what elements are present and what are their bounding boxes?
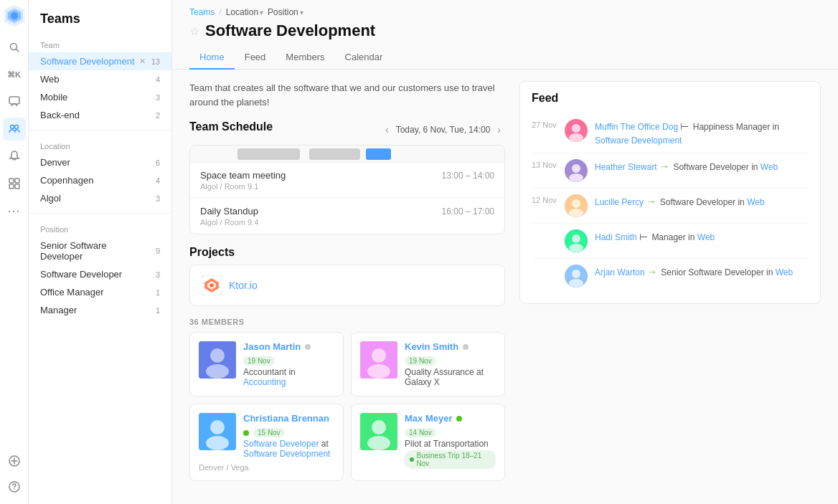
- svg-point-27: [367, 364, 390, 379]
- position-section-label: Position: [29, 219, 171, 237]
- event-0-name: Space team meeting: [200, 170, 286, 181]
- member-avatar-jason: [199, 341, 236, 379]
- sidebar-item-office-manager[interactable]: Office Manager 1: [29, 283, 171, 301]
- member-team-christiana[interactable]: Software Development: [243, 449, 330, 459]
- project-ktor-name: Ktor.io: [229, 280, 258, 291]
- member-name-max[interactable]: Max Meyer: [405, 413, 452, 424]
- feed-date-heather: 13 Nov: [532, 159, 557, 169]
- svg-point-23: [210, 348, 225, 363]
- feed-text-arjan: Arjan Warton → Senior Software Developer…: [595, 265, 809, 280]
- tab-feed[interactable]: Feed: [235, 46, 276, 70]
- sidebar-item-software-dev[interactable]: Software Developer 3: [29, 265, 171, 283]
- breadcrumb-location-dropdown[interactable]: Location ▾: [226, 7, 263, 17]
- feed-team-muffin[interactable]: Software Development: [595, 135, 682, 146]
- feed-person-hadi[interactable]: Hadi Smith: [595, 232, 637, 242]
- right-column: Feed 27 Nov Muffin The Office Dog ⊢: [519, 81, 821, 493]
- sidebar-item-copenhagen[interactable]: Copenhagen 4: [29, 171, 171, 189]
- feed-person-lucille[interactable]: Lucille Percy: [595, 197, 644, 207]
- svg-point-38: [572, 164, 580, 173]
- page-header: ☆ Software Development: [172, 17, 838, 40]
- feed-date-hadi: [532, 229, 557, 231]
- breadcrumb-teams-link[interactable]: Teams: [189, 7, 215, 17]
- feed-person-heather[interactable]: Heather Stewart: [595, 162, 657, 172]
- help-icon-btn[interactable]: [3, 475, 26, 498]
- member-team-max: Transportation: [433, 439, 489, 449]
- feed-date-muffin: 27 Nov: [532, 119, 557, 129]
- member-avatar-kevin: [360, 341, 397, 379]
- member-team-jason[interactable]: Accounting: [243, 377, 286, 387]
- member-tag-max: Business Trip 18–21 Nov: [405, 450, 496, 469]
- svg-point-26: [372, 348, 386, 363]
- feed-avatar-muffin: [565, 119, 588, 142]
- timeline-block-morning: [237, 148, 301, 160]
- feed-avatar-lucille: [565, 194, 588, 217]
- member-role-link-christiana[interactable]: Software Developer: [243, 439, 319, 449]
- svg-point-2: [11, 12, 18, 19]
- svg-rect-9: [9, 179, 14, 183]
- feed-text-muffin: Muffin The Office Dog ⊢ Happiness Manage…: [595, 119, 809, 147]
- member-location-christiana: Denver / Vega: [199, 463, 334, 472]
- sidebar-item-backend[interactable]: Back-end 2: [29, 106, 171, 124]
- tabs-bar: Home Feed Members Calendar: [172, 40, 838, 70]
- member-name-christiana[interactable]: Christiana Brennan: [243, 413, 329, 424]
- schedule-date: Today, 6 Nov, Tue, 14:00: [396, 125, 491, 135]
- favorite-star-icon[interactable]: ☆: [189, 24, 199, 38]
- keyboard-shortcut-icon-btn[interactable]: ⌘K: [3, 63, 26, 86]
- tab-members[interactable]: Members: [276, 46, 334, 70]
- sidebar-item-denver[interactable]: Denver 6: [29, 153, 171, 171]
- tab-home[interactable]: Home: [189, 46, 235, 70]
- svg-rect-10: [15, 179, 19, 183]
- schedule-prev-btn[interactable]: ‹: [381, 123, 393, 137]
- svg-point-42: [569, 209, 583, 217]
- sidebar-item-senior-dev[interactable]: Senior Software Developer 9: [29, 237, 171, 265]
- sidebar-item-web[interactable]: Web 4: [29, 70, 171, 88]
- svg-point-24: [206, 364, 229, 379]
- search-icon-btn[interactable]: [3, 36, 26, 59]
- svg-point-48: [569, 279, 583, 287]
- member-status-jason: [305, 344, 311, 350]
- sidebar-item-algol[interactable]: Algol 3: [29, 189, 171, 207]
- member-date-jason: 19 Nov: [243, 356, 275, 366]
- member-team-kevin: Galaxy X: [405, 377, 440, 387]
- svg-point-30: [206, 436, 229, 450]
- feed-team-lucille[interactable]: Web: [747, 197, 764, 207]
- feed-team-hadi[interactable]: Web: [697, 232, 715, 242]
- tab-calendar[interactable]: Calendar: [335, 46, 393, 70]
- member-card-christiana: Christiana Brennan 15 Nov Software Devel…: [189, 404, 344, 481]
- member-name-jason[interactable]: Jason Martin: [243, 341, 301, 352]
- tag-dot-max: [410, 457, 414, 462]
- chat-icon-btn[interactable]: [3, 90, 26, 113]
- divider-1: [29, 130, 171, 130]
- more-icon-btn[interactable]: ···: [3, 199, 26, 222]
- page-title: Software Development: [205, 22, 375, 40]
- event-0-time: 13:00 – 14:00: [442, 171, 494, 181]
- feed-person-muffin[interactable]: Muffin The Office Dog: [595, 122, 678, 132]
- close-team-icon[interactable]: ✕: [139, 57, 146, 66]
- sidebar-item-software-development[interactable]: Software Development ✕ 13: [29, 52, 171, 70]
- feed-item-lucille: 12 Nov Lucille Percy → Software Develope…: [532, 189, 809, 224]
- feed-title: Feed: [532, 92, 809, 105]
- schedule-section-title: Team Schedule: [189, 120, 273, 133]
- app-logo[interactable]: [4, 6, 24, 26]
- event-0-location: Algol / Room 9.1: [200, 182, 494, 191]
- bell-icon-btn[interactable]: [3, 145, 26, 168]
- member-date-kevin: 19 Nov: [405, 356, 436, 366]
- add-icon-btn[interactable]: [3, 450, 26, 472]
- sidebar-item-manager[interactable]: Manager 1: [29, 301, 171, 319]
- feed-text-hadi: Hadi Smith ⊢ Manager in Web: [595, 229, 809, 244]
- svg-point-44: [572, 234, 580, 243]
- feed-person-arjan[interactable]: Arjan Warton: [595, 267, 645, 277]
- breadcrumb-position-dropdown[interactable]: Position ▾: [268, 7, 303, 17]
- timeline-block-current: [366, 148, 391, 160]
- feed-team-heather[interactable]: Web: [761, 162, 778, 172]
- team-section-label: Team: [29, 35, 171, 52]
- schedule-next-btn[interactable]: ›: [493, 123, 505, 137]
- sidebar-item-mobile[interactable]: Mobile 3: [29, 88, 171, 106]
- teams-icon-btn[interactable]: [3, 118, 26, 141]
- feed-team-arjan[interactable]: Web: [776, 267, 793, 277]
- projects-icon-btn[interactable]: [3, 172, 26, 195]
- feed-item-muffin: 27 Nov Muffin The Office Dog ⊢ Happiness…: [532, 113, 809, 153]
- member-name-kevin[interactable]: Kevin Smith: [405, 341, 458, 352]
- project-ktor[interactable]: Ktor.io: [189, 265, 505, 306]
- member-card-max: Max Meyer 14 Nov Pilot at Transportation: [351, 404, 505, 481]
